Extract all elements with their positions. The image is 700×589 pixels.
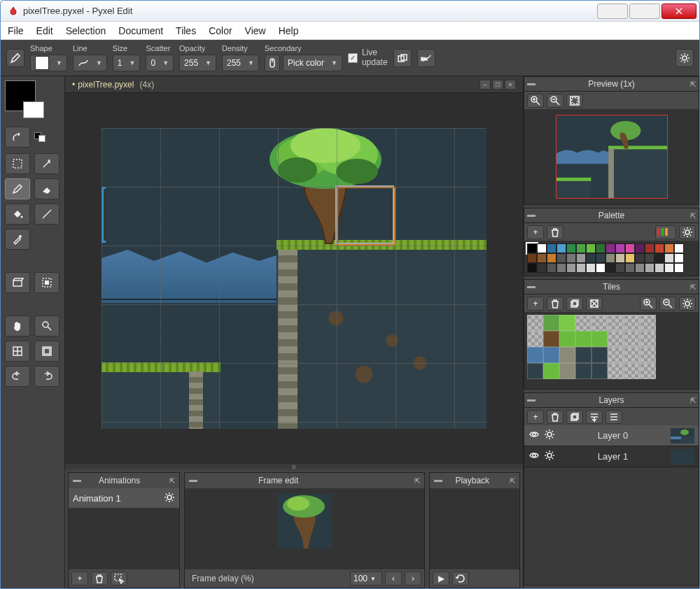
flatten-button[interactable] (606, 410, 622, 424)
palette-swatch[interactable] (527, 253, 537, 263)
swap-colors-icon[interactable] (5, 127, 30, 148)
menu-view[interactable]: View (245, 25, 266, 36)
magic-wand-tool-icon[interactable] (34, 153, 59, 174)
document-tab[interactable]: • pixelTree.pyxel (4x) – □ × (65, 76, 523, 93)
preview-viewport[interactable] (556, 115, 668, 199)
tiles-zoom-in-icon[interactable] (640, 297, 657, 311)
palette-swatches[interactable] (524, 241, 699, 276)
palette-swatch[interactable] (527, 263, 537, 273)
duplicate-layer-button[interactable] (566, 410, 583, 424)
bucket-tool-icon[interactable] (5, 204, 30, 225)
palette-swatch[interactable] (645, 253, 654, 263)
palette-swatch[interactable] (566, 243, 576, 253)
doc-maximize-icon[interactable]: □ (492, 80, 503, 90)
pencil-tool-icon[interactable] (6, 49, 24, 67)
palette-swatch[interactable] (615, 263, 625, 273)
palette-sort-icon[interactable] (655, 225, 676, 239)
palette-swatch[interactable] (674, 263, 684, 273)
palette-swatch[interactable] (566, 263, 576, 273)
preview-fit-icon[interactable] (566, 94, 583, 108)
layer-visibility-icon[interactable] (528, 429, 540, 442)
grid-a-tool-icon[interactable] (5, 341, 30, 362)
palette-swatch[interactable] (556, 243, 566, 253)
redo-icon[interactable] (34, 366, 59, 387)
delete-tile-button[interactable] (547, 297, 564, 311)
delete-layer-button[interactable] (547, 410, 564, 424)
secondary-color-swatch[interactable] (23, 101, 44, 118)
palette-swatch[interactable] (674, 253, 684, 263)
clear-tile-button[interactable] (586, 297, 603, 311)
palette-swatch[interactable] (537, 263, 547, 273)
zoom-tool-icon[interactable] (34, 315, 59, 336)
merge-down-button[interactable] (586, 410, 603, 424)
palette-swatch[interactable] (527, 243, 537, 253)
tile-draw-tool-icon[interactable] (5, 272, 30, 293)
menu-file[interactable]: File (8, 25, 24, 36)
tiles-settings-gear-icon[interactable] (679, 297, 696, 311)
scatter-dropdown[interactable]: 0 (146, 55, 174, 71)
menu-selection[interactable]: Selection (66, 25, 106, 36)
palette-swatch[interactable] (625, 263, 635, 273)
canvas-viewport[interactable] (65, 93, 523, 464)
animations-collapse-icon[interactable] (73, 480, 81, 482)
window-minimize-button[interactable] (597, 3, 628, 19)
palette-collapse-icon[interactable] (527, 215, 536, 217)
layer-settings-gear-icon[interactable] (544, 429, 555, 442)
palette-swatch[interactable] (664, 263, 674, 273)
preview-zoom-in-icon[interactable] (527, 94, 544, 108)
tile-place-tool-icon[interactable] (34, 272, 59, 293)
palette-swatch[interactable] (537, 243, 547, 253)
line-dropdown[interactable] (73, 55, 107, 71)
doc-minimize-icon[interactable]: – (479, 80, 491, 90)
add-layer-button[interactable]: + (527, 410, 544, 424)
palette-swatch[interactable] (576, 253, 586, 263)
playback-collapse-icon[interactable] (434, 480, 442, 482)
layer-visibility-icon[interactable] (528, 450, 540, 463)
layer-settings-gear-icon[interactable] (544, 450, 555, 463)
layers-popout-icon[interactable]: ⇱ (690, 397, 696, 404)
palette-settings-gear-icon[interactable] (679, 225, 696, 239)
palette-swatch[interactable] (635, 253, 645, 263)
palette-swatch[interactable] (547, 243, 556, 253)
canvas[interactable] (102, 128, 486, 429)
palette-swatch[interactable] (547, 253, 556, 263)
palette-swatch[interactable] (606, 263, 615, 273)
preview-zoom-out-icon[interactable] (547, 94, 564, 108)
line-tool-icon[interactable] (34, 204, 59, 225)
palette-swatch[interactable] (576, 243, 586, 253)
loop-button[interactable] (452, 572, 469, 586)
palette-swatch[interactable] (674, 243, 684, 253)
next-frame-button[interactable]: › (405, 572, 421, 586)
palette-swatch[interactable] (664, 243, 674, 253)
add-tile-button[interactable]: + (527, 297, 544, 311)
density-dropdown[interactable]: 255 (222, 55, 259, 71)
palette-swatch[interactable] (596, 243, 606, 253)
add-animation-button[interactable]: + (71, 572, 88, 586)
palette-swatch[interactable] (576, 263, 586, 273)
menu-tiles[interactable]: Tiles (176, 25, 196, 36)
palette-swatch[interactable] (635, 243, 645, 253)
layer-row[interactable]: Layer 0 (524, 425, 699, 446)
window-maximize-button[interactable] (629, 3, 660, 19)
prev-frame-button[interactable]: ‹ (385, 572, 402, 586)
live-update-checkbox[interactable]: ✓ (348, 53, 358, 63)
play-button[interactable]: ▶ (433, 572, 449, 586)
pixel-perfect-icon[interactable]: 1px (417, 49, 435, 67)
duplicate-tile-button[interactable] (566, 297, 583, 311)
mouse-icon[interactable] (265, 55, 280, 71)
palette-swatch[interactable] (635, 263, 645, 273)
eraser-tool-icon[interactable] (34, 178, 59, 199)
pencil-tool-button[interactable] (5, 178, 30, 199)
tiles-grid[interactable] (524, 312, 699, 389)
preview-collapse-icon[interactable] (527, 83, 536, 85)
tile-selection-box[interactable] (337, 187, 396, 246)
frame-popout-icon[interactable]: ⇱ (414, 477, 420, 485)
horizontal-splitter[interactable] (65, 464, 523, 469)
palette-swatch[interactable] (625, 243, 635, 253)
select-animation-button[interactable] (111, 572, 127, 586)
delete-swatch-button[interactable] (547, 225, 564, 239)
palette-swatch[interactable] (537, 253, 547, 263)
eyedropper-tool-icon[interactable] (5, 229, 30, 250)
palette-swatch[interactable] (664, 253, 674, 263)
add-swatch-button[interactable]: + (527, 225, 544, 239)
